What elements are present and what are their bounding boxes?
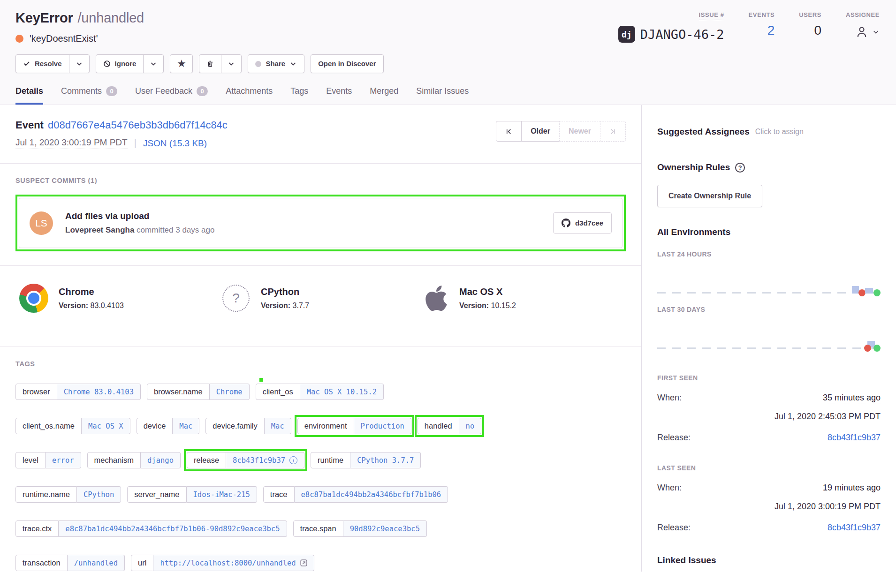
first-seen-relative-time[interactable]: 35 minutes ago	[823, 393, 881, 404]
action-bar: Resolve Ignore ★	[15, 54, 881, 73]
delete-dropdown-button[interactable]	[221, 55, 241, 73]
tag-value-link[interactable]: /unhandled	[68, 555, 125, 571]
help-icon[interactable]: ?	[735, 163, 745, 173]
tag-key: browser.name	[147, 384, 210, 400]
open-in-discover-button[interactable]: Open in Discover	[311, 55, 383, 73]
event-timestamp[interactable]: Jul 1, 2020 3:00:19 PM PDT	[15, 137, 128, 149]
tag-value-link[interactable]: Mac	[265, 418, 291, 434]
tag-value-link[interactable]: Chrome	[210, 384, 250, 400]
tag-pill-browser.name: browser.name Chrome	[147, 384, 250, 400]
issue-tabs: Details Comments 0 User Feedback 0 Attac…	[15, 86, 881, 105]
star-icon: ★	[177, 60, 185, 68]
tag-value-link[interactable]: e8c87ba1dc494bb2a4346bcfbf7b1b06-90d892c…	[59, 520, 287, 537]
events-label: EVENTS	[749, 11, 775, 18]
tag-value-link[interactable]: error	[46, 452, 81, 468]
ignore-button[interactable]: Ignore	[96, 55, 144, 73]
tag-key: client_os.name	[15, 418, 82, 434]
tag-value-link[interactable]: django	[141, 452, 181, 468]
trash-icon	[206, 60, 214, 68]
events-sparkline-30d	[657, 313, 881, 354]
tab-tags[interactable]: Tags	[290, 86, 308, 105]
bookmark-star-button[interactable]: ★	[170, 55, 192, 73]
first-seen-release-link[interactable]: 8cb43f1c9b37	[828, 433, 881, 443]
suspect-commit-highlight: LS Add files via upload Lovepreet Sangha…	[15, 195, 626, 251]
tab-merged[interactable]: Merged	[370, 86, 398, 105]
resolve-dropdown-button[interactable]	[69, 55, 89, 73]
event-id-link[interactable]: d08d7667e4a5476eb3b3db6d7f14c84c	[48, 119, 228, 131]
tag-value-link[interactable]: 90d892c9eace3bc5	[343, 520, 427, 537]
tag-key: trace.ctx	[15, 520, 59, 537]
tag-pill-transaction: transaction /unhandled	[15, 555, 125, 571]
tag-pill-url: url http://localhost:8000/unhandled	[131, 555, 314, 571]
tag-value-link[interactable]: Mac	[173, 418, 199, 434]
tag-pill-mechanism: mechanism django	[87, 452, 181, 468]
issue-sidebar: Suggested Assignees Click to assign Owne…	[642, 105, 896, 572]
share-button[interactable]: Share	[248, 55, 304, 73]
issue-short-id[interactable]: DJANGO-46-2	[640, 27, 724, 42]
tag-value-link[interactable]: Idos-iMac-215	[187, 486, 257, 503]
discover-button-group: Open in Discover	[311, 54, 383, 73]
tag-value-link[interactable]: 8cb43f1c9b37i	[226, 452, 304, 468]
tag-key: level	[15, 452, 46, 468]
tab-events[interactable]: Events	[326, 86, 352, 105]
tab-attachments[interactable]: Attachments	[226, 86, 273, 105]
stat-events: EVENTS 2	[749, 11, 775, 43]
info-icon[interactable]: i	[289, 456, 297, 464]
last-seen-release-link[interactable]: 8cb43f1c9b37	[828, 523, 881, 533]
suspect-commit-row: LS Add files via upload Lovepreet Sangha…	[19, 198, 623, 248]
create-ownership-rule-button[interactable]: Create Ownership Rule	[657, 185, 762, 207]
tab-similar-issues[interactable]: Similar Issues	[416, 86, 469, 105]
event-label: Event	[15, 119, 44, 131]
share-button-group: Share	[248, 54, 304, 73]
delete-button[interactable]	[199, 55, 221, 73]
tag-pill-client_os.name: client_os.name Mac OS X	[15, 418, 130, 434]
ownership-rules-heading: Ownership Rules ?	[657, 162, 881, 173]
chevron-down-icon	[228, 60, 235, 68]
user-icon	[855, 25, 869, 39]
first-seen-dot-icon	[858, 289, 866, 296]
tab-user-feedback[interactable]: User Feedback 0	[135, 86, 208, 105]
tag-value-link[interactable]: no	[459, 418, 482, 434]
tag-key: runtime	[311, 452, 350, 468]
suspect-commits-heading: SUSPECT COMMITS (1)	[15, 177, 626, 184]
context-browser: Chrome Version: 83.0.4103	[15, 284, 221, 313]
tag-value-link[interactable]: http://localhost:8000/unhandled	[153, 555, 314, 571]
assignee-dropdown[interactable]	[855, 24, 880, 39]
suggested-assignees-heading: Suggested Assignees Click to assign	[657, 127, 881, 137]
tag-value-link[interactable]: Production	[354, 418, 411, 434]
tag-key: handled	[418, 418, 459, 434]
tag-value-link[interactable]: e8c87ba1dc494bb2a4346bcfbf7b1b06	[295, 486, 448, 503]
event-details-panel: Eventd08d7667e4a5476eb3b3db6d7f14c84c Ju…	[0, 105, 642, 572]
users-count[interactable]: 0	[814, 24, 821, 37]
event-id-block: Eventd08d7667e4a5476eb3b3db6d7f14c84c Ju…	[15, 119, 228, 149]
tag-pill-environment: environment Production	[297, 418, 411, 434]
external-link-icon[interactable]	[300, 559, 307, 566]
oldest-event-button[interactable]	[496, 121, 522, 142]
when-label: When:	[657, 483, 682, 493]
sparkline-baseline	[657, 292, 881, 294]
events-count[interactable]: 2	[767, 24, 775, 37]
commit-sha-button[interactable]: d3d7cee	[553, 212, 612, 234]
chevron-down-icon	[289, 60, 297, 68]
tab-comments[interactable]: Comments 0	[61, 86, 117, 105]
assignee-label: ASSIGNEE	[846, 11, 880, 18]
tag-value-link[interactable]: CPython	[77, 486, 121, 503]
tag-key: mechanism	[87, 452, 141, 468]
event-json-link[interactable]: JSON (15.3 KB)	[143, 138, 207, 149]
tag-value-link[interactable]: Chrome 83.0.4103	[57, 384, 141, 400]
resolve-button[interactable]: Resolve	[16, 55, 69, 73]
tag-value-link[interactable]: CPython 3.7.7	[350, 452, 421, 468]
last-seen-relative-time[interactable]: 19 minutes ago	[823, 483, 881, 494]
tag-value-link[interactable]: Mac OS X 10.15.2	[300, 384, 384, 400]
tag-value-link[interactable]: Mac OS X	[82, 418, 130, 434]
tag-pill-device: device Mac	[137, 418, 200, 434]
tab-details[interactable]: Details	[15, 86, 43, 105]
skip-to-latest-button[interactable]	[600, 121, 626, 142]
skip-to-last-icon	[609, 128, 616, 135]
separator: |	[134, 138, 137, 149]
older-event-button[interactable]: Older	[521, 121, 560, 142]
newer-event-button[interactable]: Newer	[559, 121, 600, 142]
ignore-dropdown-button[interactable]	[143, 55, 163, 73]
tag-key: client_os	[256, 384, 300, 400]
stat-assignee: ASSIGNEE	[846, 11, 880, 43]
